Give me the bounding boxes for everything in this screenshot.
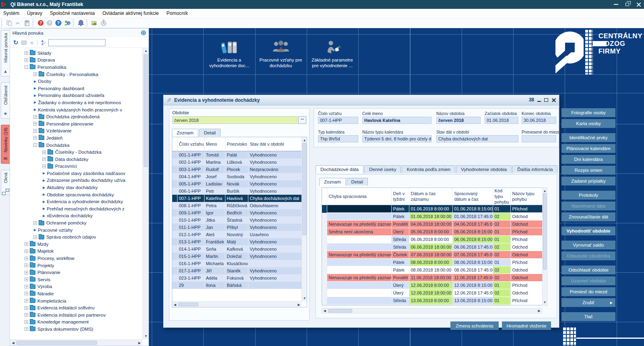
row-selector[interactable] — [322, 274, 327, 282]
scrollbar-thumb[interactable] — [328, 309, 352, 313]
help-red-icon[interactable]: ? — [36, 19, 45, 27]
expand-icon[interactable]: + — [42, 157, 46, 161]
field-value-nazov-typu-kalendara[interactable]: Týdenní 5 dní, 8 hodin pro účely doc — [362, 135, 431, 142]
help-blue-icon[interactable]: ? — [54, 19, 63, 27]
side-tab-novinky-19[interactable]: Novinky (19)✉ — [1, 125, 10, 164]
scroll-up-icon[interactable]: ▲ — [302, 137, 307, 143]
row-selector[interactable] — [172, 231, 177, 238]
tree-item-aktualny-stav-dochadzky[interactable]: ▶Aktuálny stav dochádzky — [10, 184, 142, 191]
tree-item-obdobie-spracovania-dochadzky[interactable]: ▶Obdobie spracovania dochádzky — [10, 191, 142, 198]
row-selector[interactable] — [172, 209, 177, 216]
field-value-zaciatok-obdobia[interactable]: 01.06.2018 — [485, 117, 518, 124]
expand-icon[interactable]: + — [25, 249, 28, 253]
zadane-priplatky-button[interactable]: Zadané príplatky — [561, 177, 615, 185]
side-tab-oblubene[interactable]: Obľúbené★ — [1, 82, 10, 119]
tree-item-data-dochadzky[interactable]: +Dáta dochádzky — [10, 156, 142, 163]
scroll-down-icon[interactable]: ▼ — [143, 333, 149, 339]
record-row[interactable]: Nenavazuje na předešlý záznamPondělí04.0… — [322, 220, 542, 228]
scroll-right-icon[interactable]: ▶ — [296, 302, 301, 307]
field-value-stav-dat-v-obdobi[interactable]: Chyba docházkových dat — [436, 135, 518, 142]
employee-row[interactable]: 014-1-HPPSoňaKafkováVyhodnoceno — [172, 245, 301, 253]
refresh-icon[interactable]: ↻ — [12, 39, 20, 47]
collapse-icon[interactable]: − — [33, 143, 37, 147]
row-selector[interactable] — [322, 205, 327, 213]
row-selector[interactable] — [172, 202, 177, 209]
tab-denne-useky[interactable]: Denné úseky — [364, 165, 401, 173]
expand-icon[interactable]: + — [33, 235, 37, 239]
tree-item-zobrazenie-prehladu-dochadzky-uziva[interactable]: ▶Zobrazenie prehľadu dochádzky užíva — [10, 177, 142, 184]
expand-icon[interactable]: + — [25, 264, 28, 267]
screen-icon[interactable] — [20, 39, 28, 47]
column-header-chyba-spracovania[interactable]: Chyba spracovania — [327, 188, 391, 205]
tree-item-sprava-osobnich-udajov[interactable]: +Správa osobních údajov — [10, 233, 142, 241]
expand-icon[interactable]: + — [25, 327, 28, 331]
expand-icon[interactable]: + — [25, 51, 28, 55]
row-selector[interactable] — [322, 259, 327, 266]
row-selector[interactable] — [172, 151, 177, 159]
tree-item-sprava-dokumentov-dms[interactable]: +Správa dokumentov (DMS) — [10, 325, 142, 333]
column-header-priezvisko[interactable]: Priezvisko — [225, 137, 248, 151]
dialog-title-bar[interactable]: ✎ Evidencia a vyhodnotenie dochádzky — [163, 95, 559, 105]
row-selector[interactable] — [322, 236, 327, 243]
record-row[interactable]: Nenavazuje na předešlý záznamPondělí11.0… — [322, 274, 542, 282]
side-tab-hlavna-ponuka[interactable]: Hlavná ponuka▲ — [1, 30, 10, 76]
tree-item-ciselniky-dochadzka[interactable]: +Číselníky - Dochádzka — [10, 148, 142, 156]
tree-item-evidencia-a-vyhodnotenie-dochadzky[interactable]: ▶Evidencia a vyhodnotenie dochádzky — [10, 198, 142, 205]
tree-item-jedalen[interactable]: +Jedáleň — [10, 134, 142, 142]
help-person-icon[interactable]: ? — [63, 19, 72, 27]
scroll-right-icon[interactable]: ▶ — [537, 309, 542, 313]
tree-item-sklady[interactable]: +Sklady — [10, 49, 142, 57]
odsuhlasit-obdobie-button[interactable]: Odsúhlasiť obdobie — [561, 266, 615, 274]
row-selector[interactable] — [322, 305, 327, 306]
employee-row[interactable]: 023-1-HPPAdélaFoksováVyhodnoceno — [172, 274, 301, 282]
preniest-do-miezd-button[interactable]: Preniesť do miezd — [561, 287, 615, 296]
tree-item-dochadzka[interactable]: −Dochádzka — [10, 142, 142, 149]
employee-row[interactable]: 011-1-HPPJanPřibylVyhodnoceno — [172, 224, 301, 231]
field-value-koniec-obdobia[interactable]: 30.06.2018 — [522, 117, 556, 124]
tree-item-pracovnici[interactable]: +Pracovníci — [10, 163, 142, 170]
expand-icon[interactable]: + — [25, 292, 28, 295]
row-selector[interactable] — [172, 216, 177, 224]
employee-table-vertical-scrollbar[interactable]: ▲ ▼ — [301, 137, 307, 301]
scroll-right-icon[interactable]: ▶ — [136, 340, 142, 346]
expand-icon[interactable]: + — [33, 221, 37, 225]
dialog-maximize-button[interactable] — [543, 97, 549, 103]
expand-icon[interactable]: + — [25, 320, 28, 324]
employee-row[interactable]: 015-1-HPPMartinDoležalVyhodnoceno — [172, 253, 301, 260]
export-icon[interactable] — [90, 19, 99, 27]
desktop-shortcut-pracovne-vztahy-pre-dochadzku[interactable]: Pracovné vzťahy pre dochádzku — [255, 35, 306, 80]
tree-item-ochranne-pomocky[interactable]: +Ochranné pomôcky — [10, 219, 142, 227]
expand-icon[interactable]: + — [33, 122, 37, 126]
restore-button[interactable] — [621, 0, 633, 9]
tab-vyhodnotenie-obdobia[interactable]: Vyhodnotenie obdobia — [456, 165, 512, 173]
tree-item-pracovne-vztahy[interactable]: ▶Pracovné vzťahy — [10, 227, 142, 234]
scroll-up-icon[interactable]: ▲ — [143, 48, 149, 54]
vyrovnat-saldo-button[interactable]: Vyrovnať saldo — [561, 241, 615, 249]
employee-row[interactable]: 001-1-HPPTomášPalátVyhodnoceno — [172, 151, 301, 159]
expand-icon[interactable]: + — [25, 299, 28, 303]
menu-item-ovladanie-aktivnej-funkcie[interactable]: Ovládanie aktívnej funkcie — [102, 10, 159, 16]
row-selector[interactable] — [172, 260, 177, 267]
expand-icon[interactable]: + — [25, 313, 28, 317]
tree-item-ciselniky-personalistika[interactable]: +Číselníky - Personalistika — [10, 71, 142, 78]
tree-item-projekty[interactable]: +Projekty — [10, 262, 142, 269]
row-selector[interactable] — [322, 289, 327, 297]
row-selector[interactable] — [172, 180, 177, 187]
employee-row[interactable]: 004-1-HPPJosefSvobodaVyhodnoceno — [172, 173, 301, 180]
expand-icon[interactable]: + — [42, 165, 46, 168]
record-row[interactable]: Pátek08.06.2018 8:00:0008.06.2018 8:15:0… — [322, 259, 542, 266]
expand-icon[interactable]: + — [42, 150, 46, 154]
tab-dochadzkove-data[interactable]: Dochádzkové dáta — [316, 165, 363, 173]
tree-item-personalne-planovanie[interactable]: +Personálne plánovanie — [10, 120, 142, 128]
column-header-nazov-typu-pohybu[interactable]: Názov typu pohybu — [510, 188, 542, 205]
favorite-icon[interactable]: ★ — [28, 39, 36, 47]
scroll-down-icon[interactable]: ▼ — [543, 299, 547, 305]
expand-icon[interactable]: + — [25, 271, 28, 274]
hromadne-vlozenie-button[interactable]: Hromadné vloženie — [502, 321, 551, 330]
expand-icon[interactable]: + — [33, 136, 37, 140]
fotografie-osoby-button[interactable]: Fotografie osoby — [561, 108, 615, 117]
minimize-button[interactable] — [610, 0, 621, 9]
record-row[interactable]: Středa13.06.2018 18:00:0013.06.2018 17:4… — [322, 305, 542, 306]
tree-item-mzdy[interactable]: +Mzdy — [10, 241, 142, 248]
tlac-button[interactable]: Tlač — [561, 312, 615, 321]
